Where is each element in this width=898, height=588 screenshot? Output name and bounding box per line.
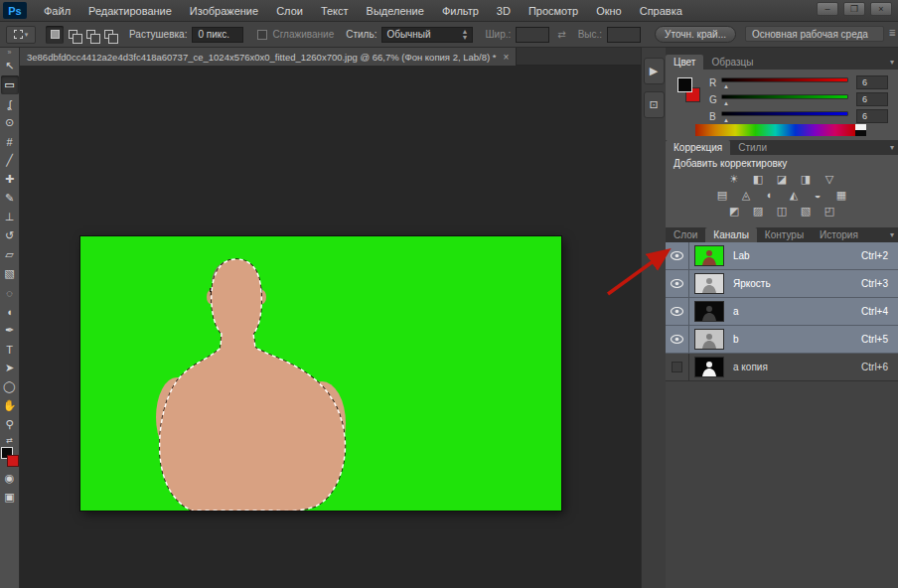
- color-spectrum-ramp[interactable]: [695, 124, 855, 136]
- tab-коррекция[interactable]: Коррекция: [666, 140, 730, 155]
- dodge-tool[interactable]: ◖: [1, 302, 19, 321]
- levels-icon[interactable]: ◧: [749, 172, 768, 186]
- screen-mode-button[interactable]: ▣: [1, 488, 19, 507]
- b-value-input[interactable]: 6: [856, 109, 888, 123]
- menu-item-текст[interactable]: Текст: [312, 0, 358, 22]
- tab-контуры[interactable]: Контуры: [757, 227, 812, 242]
- zoom-tool[interactable]: ⚲: [1, 415, 19, 434]
- slider-thumb-icon[interactable]: ▲: [723, 100, 729, 106]
- collapse-toolbar-icon[interactable]: »: [8, 48, 12, 57]
- subtract-from-selection-button[interactable]: [81, 26, 99, 44]
- document-tab[interactable]: 3e86dbfd0cc4412a2e4d3fc418a60737_ce_1024…: [20, 48, 517, 66]
- channel-thumbnail[interactable]: [694, 301, 724, 322]
- channel-thumbnail[interactable]: [694, 245, 724, 266]
- slider-thumb-icon[interactable]: ▲: [723, 83, 729, 89]
- workspace-switcher[interactable]: Основная рабочая среда: [745, 26, 884, 42]
- properties-panel-icon[interactable]: ⊡: [644, 91, 665, 118]
- intersect-selection-button[interactable]: [99, 26, 117, 44]
- photo-filter-icon[interactable]: ◭: [785, 188, 804, 202]
- menu-item-изображение[interactable]: Изображение: [181, 0, 267, 22]
- antialias-checkbox[interactable]: [257, 30, 267, 40]
- gradient-map-icon[interactable]: ◰: [821, 204, 839, 218]
- crop-tool[interactable]: #: [1, 132, 19, 151]
- black-white-ramp[interactable]: [855, 124, 866, 136]
- b-slider-track[interactable]: [721, 111, 848, 116]
- posterize-icon[interactable]: ▨: [749, 204, 768, 218]
- r-slider-track[interactable]: [721, 77, 848, 82]
- hand-tool[interactable]: ✋: [1, 396, 19, 415]
- actions-panel-icon[interactable]: ▶: [644, 58, 665, 84]
- move-tool[interactable]: ↖: [1, 57, 19, 75]
- tool-preset-picker[interactable]: ▾: [6, 26, 36, 44]
- channel-thumbnail[interactable]: [694, 273, 724, 294]
- width-input[interactable]: [516, 27, 549, 43]
- background-color-swatch[interactable]: [7, 455, 19, 467]
- tab-история[interactable]: История: [812, 227, 866, 242]
- channel-thumbnail[interactable]: [694, 329, 724, 350]
- minimize-button[interactable]: –: [817, 2, 838, 16]
- eye-icon[interactable]: [671, 251, 683, 260]
- menu-item-выделение[interactable]: Выделение: [358, 0, 433, 22]
- panel-menu-icon[interactable]: ▾: [890, 58, 894, 67]
- menu-item-просмотр[interactable]: Просмотр: [520, 0, 587, 22]
- menu-item-окно[interactable]: Окно: [587, 0, 631, 22]
- menu-item-файл[interactable]: Файл: [35, 0, 79, 22]
- quick-selection-tool[interactable]: ⊙: [1, 113, 19, 132]
- channel-row-lab[interactable]: LabCtrl+2: [666, 242, 898, 270]
- feather-input[interactable]: 0 пикс.: [192, 27, 243, 43]
- channel-row-a[interactable]: aCtrl+4: [666, 298, 898, 326]
- blur-tool[interactable]: ◌: [1, 283, 19, 302]
- swap-colors-icon[interactable]: ⇄: [6, 436, 13, 446]
- document-canvas[interactable]: [80, 236, 561, 511]
- ellipse-tool[interactable]: ◯: [1, 377, 19, 396]
- g-value-input[interactable]: 6: [856, 92, 888, 106]
- exposure-icon[interactable]: ◨: [797, 172, 816, 186]
- tab-слои[interactable]: Слои: [666, 227, 705, 242]
- channel-row-яркость[interactable]: ЯркостьCtrl+3: [666, 270, 898, 298]
- selective-color-icon[interactable]: ▧: [797, 204, 816, 218]
- tab-цвет[interactable]: Цвет: [666, 55, 703, 70]
- eye-icon[interactable]: [671, 307, 683, 316]
- menu-item-справка[interactable]: Справка: [631, 0, 691, 22]
- channel-mixer-icon[interactable]: ◒: [809, 188, 827, 202]
- add-to-selection-button[interactable]: [64, 26, 81, 44]
- color-lookup-icon[interactable]: ▦: [832, 188, 851, 202]
- channel-row-b[interactable]: bCtrl+5: [666, 326, 898, 354]
- workspace-menu-icon[interactable]: ≣: [888, 28, 896, 38]
- panel-menu-icon[interactable]: ▾: [890, 143, 894, 152]
- menu-item-редактирование[interactable]: Редактирование: [79, 0, 181, 22]
- spot-healing-brush-tool[interactable]: ✚: [1, 170, 19, 189]
- eraser-tool[interactable]: ▱: [1, 245, 19, 264]
- menu-item-фильтр[interactable]: Фильтр: [433, 0, 488, 22]
- eye-icon[interactable]: [671, 279, 683, 288]
- tab-стили[interactable]: Стили: [730, 140, 775, 155]
- menu-item-слои[interactable]: Слои: [267, 0, 312, 22]
- rectangular-marquee-tool[interactable]: ▭: [1, 75, 19, 94]
- tab-образцы[interactable]: Образцы: [703, 55, 761, 70]
- path-selection-tool[interactable]: ➤: [1, 359, 19, 377]
- restore-button[interactable]: ❐: [843, 2, 865, 16]
- visibility-checkbox[interactable]: [672, 362, 682, 372]
- invert-icon[interactable]: ◩: [725, 204, 744, 218]
- eyedropper-tool[interactable]: ╱: [1, 151, 19, 170]
- lasso-tool[interactable]: ʆ: [1, 94, 19, 113]
- close-button[interactable]: ×: [870, 2, 892, 16]
- tab-каналы[interactable]: Каналы: [705, 227, 757, 242]
- color-balance-icon[interactable]: ◬: [737, 188, 756, 202]
- quick-mask-button[interactable]: ◉: [1, 469, 19, 488]
- pen-tool[interactable]: ✒: [1, 321, 19, 340]
- r-value-input[interactable]: 6: [856, 75, 888, 89]
- type-tool[interactable]: T: [1, 340, 19, 359]
- height-input[interactable]: [607, 27, 641, 43]
- curves-icon[interactable]: ◪: [773, 172, 792, 186]
- g-slider-track[interactable]: [721, 94, 848, 99]
- brush-tool[interactable]: ✎: [1, 189, 19, 208]
- slider-thumb-icon[interactable]: ▲: [723, 117, 729, 123]
- brightness-contrast-icon[interactable]: ☀: [725, 172, 744, 186]
- foreground-color-swatch[interactable]: [677, 77, 692, 92]
- eye-icon[interactable]: [671, 335, 683, 344]
- clone-stamp-tool[interactable]: ⊥: [1, 208, 19, 226]
- menu-item-3d[interactable]: 3D: [488, 0, 520, 22]
- new-selection-button[interactable]: [46, 26, 64, 44]
- history-brush-tool[interactable]: ↺: [1, 226, 19, 245]
